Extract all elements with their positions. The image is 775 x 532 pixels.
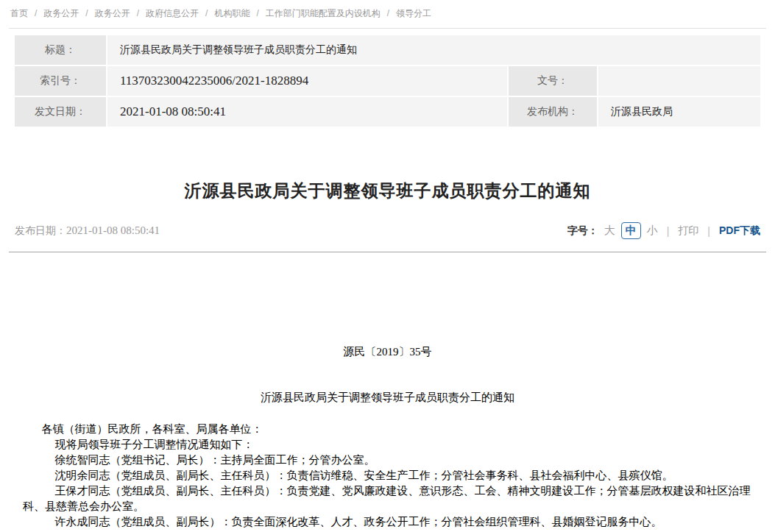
- font-size-label: 字号：: [567, 224, 598, 238]
- article-controls: 字号： 大 中 小 | 打印 | PDF下载: [567, 222, 760, 239]
- breadcrumb-item: 领导分工: [396, 8, 431, 18]
- breadcrumb-separator: /: [35, 8, 37, 18]
- print-button[interactable]: 打印: [678, 224, 698, 238]
- publisher-label: 发布机构：: [509, 97, 597, 127]
- breadcrumb-item[interactable]: 政府信息公开: [146, 8, 199, 18]
- document-paragraph: 徐统智同志（党组书记、局长）：主持局全面工作；分管办公室。: [23, 453, 765, 468]
- issue-date-value: 2021-01-08 08:50:41: [107, 97, 507, 127]
- doc-number-value: [598, 66, 760, 96]
- breadcrumb-separator: /: [137, 8, 139, 18]
- info-table: 标题： 沂源县民政局关于调整领导班子成员职责分工的通知 索引号： 1137032…: [15, 35, 760, 127]
- index-number-value: 113703230042235006/2021-1828894: [107, 66, 507, 96]
- publish-date: 发布日期：2021-01-08 08:50:41: [15, 224, 160, 238]
- breadcrumb-separator: /: [205, 8, 208, 18]
- doc-number-label: 文号：: [509, 66, 597, 96]
- pdf-download-button[interactable]: PDF下载: [719, 224, 760, 238]
- document-title: 沂源县民政局关于调整领导班子成员职责分工的通知: [0, 391, 775, 405]
- publisher-value: 沂源县民政局: [598, 97, 760, 127]
- controls-separator: |: [667, 225, 670, 237]
- breadcrumb-separator: /: [85, 8, 88, 18]
- document-paragraph: 现将局领导班子分工调整情况通知如下：: [23, 437, 765, 453]
- title-label: 标题：: [15, 35, 106, 65]
- breadcrumb-item[interactable]: 工作部门职能配置及内设机构: [266, 8, 381, 18]
- publish-date-label: 发布日期：: [15, 224, 66, 236]
- breadcrumb-separator: /: [387, 8, 389, 18]
- article-meta-row: 发布日期：2021-01-08 08:50:41 字号： 大 中 小 | 打印 …: [15, 222, 760, 239]
- document-ref-number: 源民〔2019〕35号: [0, 345, 775, 359]
- breadcrumb-item[interactable]: 机构职能: [214, 8, 250, 18]
- controls-separator: |: [707, 225, 710, 237]
- font-size-small-button[interactable]: 小: [647, 224, 658, 238]
- page-title: 沂源县民政局关于调整领导班子成员职责分工的通知: [22, 180, 753, 202]
- title-value: 沂源县民政局关于调整领导班子成员职责分工的通知: [107, 35, 760, 65]
- breadcrumb: 首页/政务公开/政务公开/政府信息公开/机构职能/工作部门职能配置及内设机构/领…: [0, 0, 775, 19]
- breadcrumb-separator: /: [256, 8, 258, 18]
- breadcrumb-item[interactable]: 政务公开: [43, 8, 79, 18]
- breadcrumb-item[interactable]: 政务公开: [95, 8, 130, 18]
- document-paragraph: 王保才同志（党组成员、副局长、主任科员）：负责党建、党风廉政建设、意识形态、工会…: [23, 483, 765, 514]
- document-paragraph: 许永成同志（党组成员、副局长）：负责全面深化改革、人才、政务公开工作；分管社会组…: [23, 514, 765, 530]
- document-paragraph: 沈明余同志（党组成员、副局长、主任科员）：负责信访维稳、安全生产工作；分管社会事…: [23, 468, 765, 483]
- issue-date-label: 发文日期：: [15, 97, 106, 127]
- font-size-medium-button[interactable]: 中: [621, 222, 641, 239]
- font-size-large-button[interactable]: 大: [604, 224, 615, 238]
- publish-date-value: 2021-01-08 08:50:41: [66, 224, 160, 236]
- document-content: 源民〔2019〕35号 沂源县民政局关于调整领导班子成员职责分工的通知 各镇（街…: [0, 345, 775, 530]
- index-number-label: 索引号：: [15, 66, 106, 96]
- document-paragraph: 各镇（街道）民政所，各科室、局属各单位：: [23, 422, 765, 437]
- content-divider: [9, 252, 766, 252]
- breadcrumb-divider: [9, 28, 766, 29]
- breadcrumb-item[interactable]: 首页: [10, 8, 28, 18]
- document-body: 各镇（街道）民政所，各科室、局属各单位：现将局领导班子分工调整情况通知如下：徐统…: [23, 422, 765, 530]
